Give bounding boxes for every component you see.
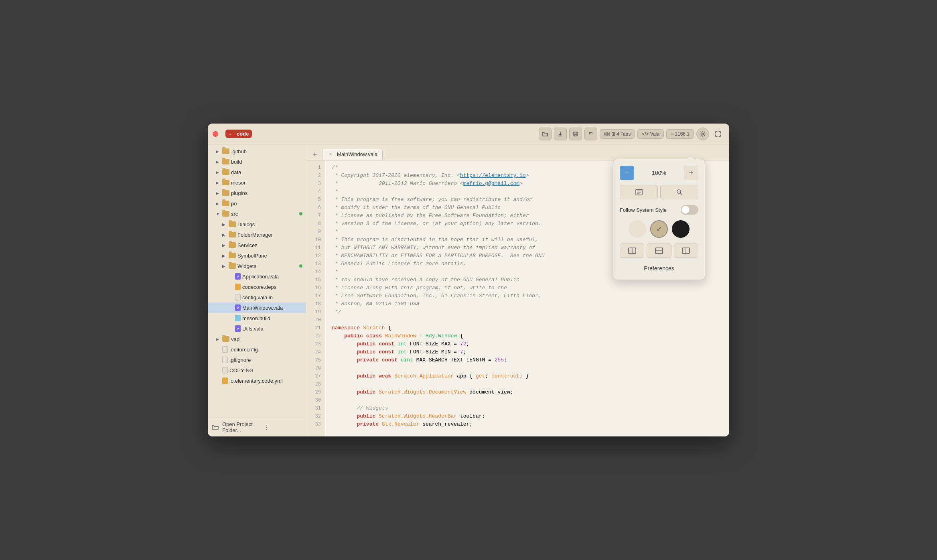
new-tab-button[interactable]: + — [309, 149, 320, 160]
tree-item-foldermanager[interactable]: ▶ FolderManager — [208, 229, 306, 240]
search-view-button[interactable] — [660, 185, 698, 199]
open-project-footer[interactable]: Open Project Folder... ⋮ — [208, 418, 306, 436]
tabs-indicator[interactable]: ⊞ 4 Tabs — [600, 129, 635, 139]
tree-item-data[interactable]: ▶ data — [208, 167, 306, 177]
zoom-in-button[interactable]: + — [684, 166, 698, 180]
open-project-label: Open Project Folder... — [222, 421, 260, 433]
folder-icon — [229, 242, 236, 248]
tree-item-gitignore[interactable]: ▶ .gitignore — [208, 355, 306, 365]
follow-system-toggle[interactable] — [681, 205, 698, 215]
gear-button[interactable] — [696, 128, 709, 140]
color-swatch-dark[interactable] — [672, 220, 690, 238]
zoom-plus-label: + — [689, 169, 694, 177]
tree-item-mainwindow-vala[interactable]: ▶ V MainWindow.vala — [208, 302, 306, 313]
open-folder-btn[interactable] — [539, 128, 552, 140]
code-line-33: private Gtk.Revealer search_revealer; — [332, 420, 723, 428]
tree-item-build[interactable]: ▶ build — [208, 156, 306, 167]
tree-item-codecore-deps[interactable]: ▶ codecore.deps — [208, 282, 306, 292]
yaml-icon — [222, 377, 228, 384]
tree-item-label: FolderManager — [237, 232, 302, 238]
tree-item-widgets[interactable]: ▶ Widgets — [208, 261, 306, 271]
line-num-14: 14 — [306, 268, 325, 276]
color-swatch-row: ✓ — [620, 220, 698, 238]
svg-point-6 — [702, 133, 704, 135]
tree-item-label: Services — [237, 242, 302, 248]
zoom-out-button[interactable]: − — [620, 166, 634, 180]
line-num-9: 9 — [306, 228, 325, 236]
app-title: code — [237, 131, 249, 137]
line-num-12: 12 — [306, 252, 325, 260]
tree-item-services[interactable]: ▶ Services — [208, 240, 306, 250]
lang-label: </> Vala — [642, 131, 659, 137]
tree-item-editorconfig[interactable]: ▶ .editorconfig — [208, 344, 306, 355]
tree-item-dialogs[interactable]: ▶ Dialogs — [208, 219, 306, 229]
folder-icon — [222, 169, 229, 175]
preferences-link[interactable]: Preferences — [620, 264, 698, 273]
main-window: • code — [208, 124, 729, 436]
save-btn[interactable] — [569, 128, 582, 140]
tree-item-meson-build[interactable]: ▶ meson.build — [208, 313, 306, 323]
layout-row — [620, 243, 698, 258]
tree-item-label: .gitignore — [229, 357, 302, 363]
line-indicator[interactable]: ≡ 1166.1 — [666, 129, 694, 139]
tree-item-github[interactable]: ▶ .github — [208, 146, 306, 156]
layout-split-v-btn[interactable] — [674, 243, 698, 258]
tree-item-meson[interactable]: ▶ meson — [208, 177, 306, 188]
code-line-23: public const int FONT_SIZE_MAX = 72; — [332, 340, 723, 348]
tabs-label: ⊞ 4 Tabs — [611, 131, 631, 137]
settings-popover: − 100% + — [613, 159, 705, 280]
gear-icon — [700, 131, 706, 137]
folder-icon — [222, 180, 229, 185]
lang-indicator[interactable]: </> Vala — [637, 129, 664, 139]
layout-single-btn[interactable] — [620, 243, 644, 258]
tree-item-po[interactable]: ▶ po — [208, 198, 306, 209]
more-options-icon[interactable]: ⋮ — [264, 424, 302, 431]
line-num-21: 21 — [306, 324, 325, 332]
line-num-15: 15 — [306, 276, 325, 284]
code-line-24: public const int FONT_SIZE_MIN = 7; — [332, 348, 723, 356]
active-tab[interactable]: × MainWindow.vala — [322, 148, 383, 160]
tab-close-button[interactable]: × — [327, 151, 334, 157]
fullscreen-button[interactable] — [712, 128, 724, 140]
document-view-button[interactable] — [620, 185, 658, 199]
arrow-icon: ▶ — [222, 243, 227, 248]
line-num-6: 6 — [306, 204, 325, 212]
code-line-28 — [332, 380, 723, 388]
folder-icon — [222, 148, 229, 154]
line-num-26: 26 — [306, 364, 325, 372]
download-btn[interactable] — [554, 128, 567, 140]
line-num-13: 13 — [306, 260, 325, 268]
toolbar-tools: ⊞ 4 Tabs </> Vala ≡ 1166.1 — [539, 128, 724, 140]
code-line-17: * Free Software Foundation, Inc., 51 Fra… — [332, 292, 723, 300]
line-num-4: 4 — [306, 188, 325, 196]
layout-single-icon — [628, 248, 636, 254]
tree-item-vapi[interactable]: ▶ vapi — [208, 334, 306, 344]
line-numbers: 1 2 3 4 5 6 7 8 9 10 11 12 13 14 — [306, 160, 325, 436]
tree-item-label: po — [231, 201, 302, 207]
tree-item-copying[interactable]: ▶ COPYING — [208, 365, 306, 375]
tree-item-label: COPYING — [229, 367, 302, 373]
zoom-minus-label: − — [625, 169, 629, 177]
undo-btn[interactable] — [584, 128, 597, 140]
tree-item-yaml[interactable]: ▶ io.elementary.code.yml — [208, 375, 306, 386]
tree-item-utils-vala[interactable]: ▶ V Utils.vala — [208, 323, 306, 334]
tree-item-symbolpane[interactable]: ▶ SymbolPane — [208, 250, 306, 261]
line-num-23: 23 — [306, 340, 325, 348]
tree-item-plugins[interactable]: ▶ plugins — [208, 188, 306, 198]
line-num-20: 20 — [306, 316, 325, 324]
tree-item-label: src — [231, 211, 298, 217]
color-swatch-tan[interactable]: ✓ — [650, 220, 668, 238]
tree-item-application-vala[interactable]: ▶ V Application.vala — [208, 271, 306, 282]
color-swatch-light[interactable] — [629, 220, 646, 238]
line-num-17: 17 — [306, 292, 325, 300]
file-icon — [222, 367, 228, 373]
follow-system-label: Follow System Style — [620, 207, 677, 213]
tree-item-config-vala[interactable]: ▶ config.vala.in — [208, 292, 306, 302]
line-num-8: 8 — [306, 220, 325, 228]
modified-indicator — [299, 264, 302, 268]
line-num-5: 5 — [306, 196, 325, 204]
close-button[interactable] — [213, 131, 218, 137]
tree-item-src[interactable]: ▼ src — [208, 209, 306, 219]
selected-check: ✓ — [656, 225, 662, 233]
layout-split-h-btn[interactable] — [647, 243, 671, 258]
